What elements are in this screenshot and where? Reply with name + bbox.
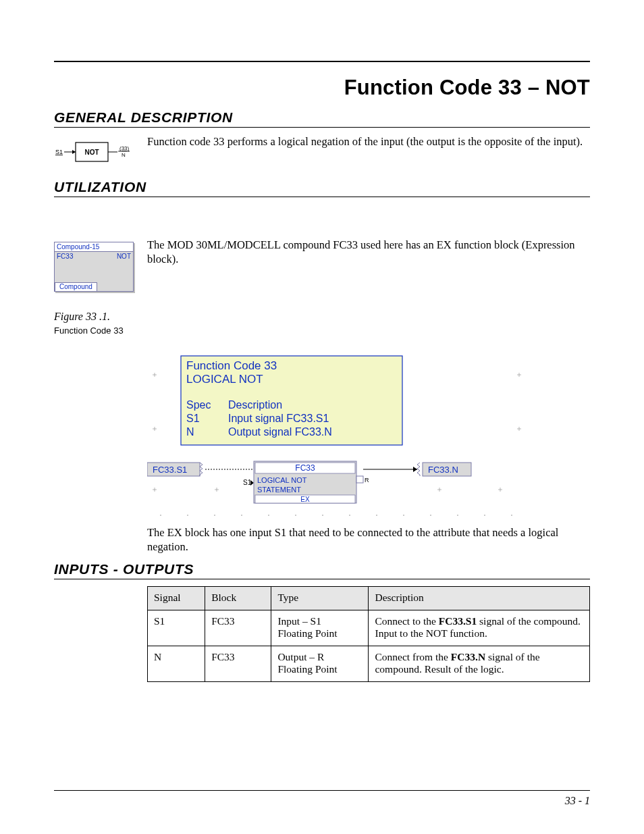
diag-block-l3: STATEMENT (257, 486, 301, 494)
diagram: Function Code 33 LOGICAL NOT Spec Descri… (147, 355, 590, 520)
th-block: Block (205, 586, 271, 610)
svg-point-21 (160, 515, 161, 516)
svg-marker-38 (250, 480, 254, 486)
table-row: N FC33 Output – R Floating Point Connect… (148, 646, 590, 681)
page-title: Function Code 33 – NOT (54, 76, 590, 100)
utilization-text-1: The MOD 30ML/MODCELL compound FC33 used … (147, 238, 590, 267)
diag-tag-out: FC33.N (428, 465, 458, 475)
compound-thumb-col: Compound-15 FC33 NOT Compound Figure 33 … (54, 238, 147, 336)
diag-n-desc: Output signal FC33.N (228, 426, 332, 438)
thumb-body: FC33 NOT (55, 252, 133, 261)
cell-block: FC33 (205, 610, 271, 646)
svg-point-23 (214, 515, 215, 516)
page-number: 33 - 1 (565, 795, 590, 806)
thumb-tab: Compound (55, 282, 97, 291)
svg-point-26 (295, 515, 296, 516)
th-signal: Signal (148, 586, 205, 610)
diag-desc: Description (228, 399, 282, 411)
heading-io: INPUTS - OUTPUTS (54, 561, 590, 579)
table-row: S1 FC33 Input – S1 Floating Point Connec… (148, 610, 590, 646)
compound-thumb: Compound-15 FC33 NOT Compound (54, 242, 134, 292)
table-header-row: Signal Block Type Description (148, 586, 590, 610)
figure-subtext: Function Code 33 (54, 325, 147, 336)
diag-block-l2: LOGICAL NOT (257, 476, 307, 484)
svg-marker-1 (72, 150, 76, 154)
page: Function Code 33 – NOT GENERAL DESCRIPTI… (0, 0, 644, 834)
cell-signal: N (148, 646, 205, 681)
diag-spec: Spec (186, 399, 211, 411)
diag-n: N (186, 426, 194, 438)
thumb-fc: FC33 (57, 253, 73, 260)
page-footer: 33 - 1 (54, 790, 590, 807)
top-rule (54, 61, 590, 62)
svg-point-25 (268, 515, 269, 516)
sym-n: N (122, 152, 126, 158)
svg-point-32 (457, 515, 458, 516)
heading-general: GENERAL DESCRIPTION (54, 109, 590, 128)
cell-desc: Connect from the FC33.N signal of the co… (369, 646, 590, 681)
not-symbol-col: S1 NOT (33) N (54, 134, 147, 167)
thumb-titlebar: Compound-15 (55, 242, 133, 252)
not-symbol: S1 NOT (33) N (54, 136, 130, 167)
io-table: Signal Block Type Description S1 FC33 In… (147, 586, 590, 682)
cell-type: Input – S1 Floating Point (271, 610, 369, 646)
th-type: Type (271, 586, 369, 610)
thumb-name: NOT (117, 253, 131, 260)
sym-not: NOT (84, 149, 99, 156)
diag-block-name: FC33 (295, 463, 315, 473)
figure-label: Figure 33 .1. (54, 311, 147, 323)
utilization-text-2: The EX block has one input S1 that need … (147, 525, 590, 554)
svg-point-30 (403, 515, 404, 516)
diag-s1-desc: Input signal FC33.S1 (228, 413, 329, 424)
general-row: S1 NOT (33) N Function code 33 performs … (54, 134, 590, 167)
svg-point-31 (430, 515, 431, 516)
th-desc: Description (369, 586, 590, 610)
diag-s1-label: S1 (243, 479, 252, 486)
cell-signal: S1 (148, 610, 205, 646)
utilization-row-1: Compound-15 FC33 NOT Compound Figure 33 … (54, 238, 590, 336)
svg-point-27 (322, 515, 323, 516)
svg-point-34 (511, 515, 512, 516)
diag-title2: LOGICAL NOT (186, 373, 263, 386)
thumb-title: Compound-15 (57, 243, 99, 251)
svg-rect-42 (356, 476, 363, 483)
sym-code: (33) (119, 145, 130, 151)
svg-marker-44 (413, 467, 417, 472)
cell-type: Output – R Floating Point (271, 646, 369, 681)
diag-title1: Function Code 33 (186, 359, 277, 372)
svg-point-28 (349, 515, 350, 516)
diag-tag-in: FC33.S1 (153, 465, 187, 475)
sym-s1: S1 (55, 149, 63, 155)
spacer (54, 204, 590, 238)
diag-r-label: R (365, 477, 369, 484)
diag-block-kind: EX (300, 496, 310, 503)
diag-s1: S1 (186, 413, 200, 424)
svg-point-29 (376, 515, 377, 516)
svg-point-24 (241, 515, 242, 516)
svg-point-33 (484, 515, 485, 516)
general-text: Function code 33 performs a logical nega… (147, 134, 590, 149)
cell-desc: Connect to the FC33.S1 signal of the com… (369, 610, 590, 646)
cell-block: FC33 (205, 646, 271, 681)
heading-utilization: UTILIZATION (54, 179, 590, 197)
svg-point-22 (187, 515, 188, 516)
